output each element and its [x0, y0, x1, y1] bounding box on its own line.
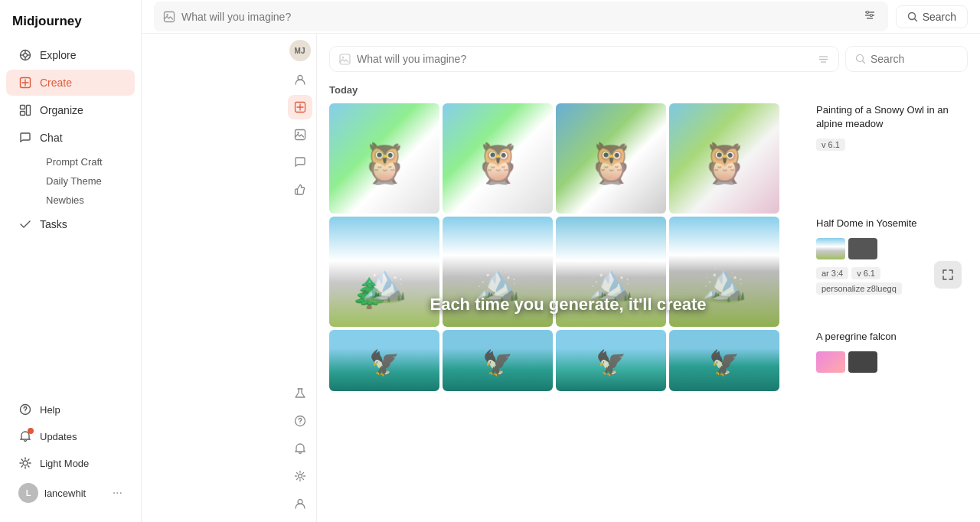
owl-image-1[interactable]: 🦉 [329, 103, 439, 214]
rail-btn-create[interactable] [288, 95, 312, 119]
svg-rect-9 [27, 106, 31, 116]
falcon-thumb-2[interactable] [848, 351, 877, 373]
dome-title: Half Dome in Yosemite [816, 217, 968, 230]
falcon-info-panel: A peregrine falcon [807, 330, 968, 373]
rail-btn-thumb[interactable] [288, 178, 312, 202]
rail-btn-settings[interactable] [288, 464, 312, 488]
svg-point-36 [299, 422, 300, 423]
svg-line-45 [863, 61, 865, 64]
falcon-thumb-1[interactable] [816, 351, 845, 373]
image-icon [163, 11, 175, 23]
owl-image-3[interactable]: 🦉 [556, 103, 666, 214]
owl-version-tag: v 6.1 [816, 139, 845, 151]
dome-row: 🌲 🏔️ 🏔️ 🏔️ 🏔️ Each time you generate, it… [329, 217, 968, 327]
sidebar-sub-daily-theme[interactable]: Daily Theme [40, 171, 135, 191]
owl-row: 🦉 🦉 🦉 🦉 Painting of a Snowy Owl in an al… [329, 103, 968, 214]
svg-point-40 [342, 56, 344, 57]
svg-rect-39 [340, 54, 350, 64]
avatar: L [18, 483, 38, 503]
falcon-image-group: 🦅 🦅 🦅 🦅 [329, 330, 807, 391]
rail-btn-images[interactable] [288, 122, 312, 147]
chat-label: Chat [40, 132, 63, 144]
falcon-image-2[interactable]: 🦅 [443, 330, 553, 391]
updates-icon [18, 429, 32, 443]
user-row[interactable]: L lancewhit ··· [6, 477, 135, 509]
inner-search-area[interactable] [845, 46, 968, 72]
owl-title: Painting of a Snowy Owl in an alpine mea… [816, 103, 968, 131]
username: lancewhit [44, 488, 106, 499]
chat-submenu: Prompt Craft Daily Theme Newbies [6, 152, 135, 210]
sidebar-item-light-mode[interactable]: Light Mode [6, 450, 135, 476]
dome-version-tag: v 6.1 [851, 267, 880, 279]
rail-btn-chat[interactable] [288, 150, 312, 175]
inner-promptbar [329, 46, 968, 72]
svg-point-1 [24, 54, 28, 57]
sidebar-sub-prompt-craft[interactable]: Prompt Craft [40, 152, 135, 171]
create-label: Create [40, 77, 72, 89]
explore-label: Explore [40, 49, 76, 61]
dome-ar-tag: ar 3:4 [816, 267, 848, 279]
organize-icon [18, 103, 32, 117]
dome-image-group: 🌲 🏔️ 🏔️ 🏔️ 🏔️ Each time you generate, it… [329, 217, 807, 327]
updates-label: Updates [40, 431, 77, 442]
topbar-search-button[interactable]: Search [896, 5, 968, 28]
owl-1-icon: 🦉 [360, 140, 410, 187]
dome-image-2[interactable]: 🏔️ [443, 217, 553, 327]
falcon-image-4[interactable]: 🦅 [669, 330, 779, 391]
sidebar-item-help[interactable]: Help [6, 396, 135, 422]
rail-avatar[interactable]: MJ [289, 40, 311, 61]
falcon-title: A peregrine falcon [816, 330, 968, 344]
create-icon [18, 76, 32, 90]
sidebar-item-chat[interactable]: Chat [6, 125, 135, 151]
rail-btn-profile[interactable] [288, 491, 312, 516]
organize-label: Organize [40, 104, 83, 116]
user-more-icon[interactable]: ··· [113, 486, 122, 500]
app-logo: Midjourney [0, 9, 141, 41]
rail-btn-bell[interactable] [288, 436, 312, 461]
topbar: Search [142, 0, 980, 34]
owl-tags: v 6.1 [816, 139, 968, 151]
svg-point-26 [866, 11, 868, 14]
svg-point-22 [166, 14, 168, 15]
svg-rect-32 [295, 130, 305, 140]
help-icon [18, 403, 32, 416]
expand-button[interactable] [934, 261, 962, 289]
falcon-image-1[interactable]: 🦅 [329, 330, 439, 391]
sidebar-item-updates[interactable]: Updates [6, 423, 135, 449]
sidebar-item-create[interactable]: Create [6, 70, 135, 96]
sidebar-bottom: Help Updates Light Mode L lancewhit ··· [0, 393, 141, 513]
help-label: Help [40, 404, 60, 416]
content-area: Today 🦉 🦉 🦉 🦉 Painting of a Snowy Owl in… [317, 34, 980, 522]
updates-badge [28, 428, 34, 434]
dome-thumb-1[interactable] [816, 238, 845, 259]
sidebar-item-tasks[interactable]: Tasks [6, 211, 135, 237]
owl-image-4[interactable]: 🦉 [669, 103, 779, 214]
inner-search-input[interactable] [871, 53, 958, 65]
sidebar-item-organize[interactable]: Organize [6, 97, 135, 123]
dome-image-3[interactable]: 🏔️ [556, 217, 666, 327]
falcon-image-3[interactable]: 🦅 [556, 330, 666, 391]
sidebar-sub-newbies[interactable]: Newbies [40, 191, 135, 210]
dome-image-1[interactable]: 🌲 🏔️ [329, 217, 439, 327]
rail-btn-flask[interactable] [288, 381, 312, 406]
topbar-prompt-input[interactable] [181, 11, 854, 23]
sidebar-item-explore[interactable]: Explore [6, 42, 135, 68]
light-mode-icon [18, 456, 32, 470]
section-today-label: Today [329, 84, 968, 96]
dome-thumb-2[interactable] [848, 238, 877, 259]
explore-icon [18, 48, 32, 62]
topbar-filter-button[interactable] [861, 6, 879, 27]
svg-line-17 [21, 459, 22, 460]
rail-btn-help[interactable] [288, 409, 312, 433]
owl-4-icon: 🦉 [700, 140, 750, 187]
dome-image-4[interactable]: 🏔️ [669, 217, 779, 327]
owl-2-icon: 🦉 [473, 140, 523, 187]
inner-prompt-area[interactable] [329, 46, 839, 72]
light-mode-label: Light Mode [40, 458, 89, 469]
topbar-prompt-area[interactable] [154, 2, 888, 31]
owl-image-2[interactable]: 🦉 [443, 103, 553, 214]
svg-point-33 [297, 132, 299, 133]
chat-icon [18, 131, 32, 145]
rail-btn-person[interactable] [288, 67, 312, 92]
inner-prompt-input[interactable] [357, 53, 812, 65]
